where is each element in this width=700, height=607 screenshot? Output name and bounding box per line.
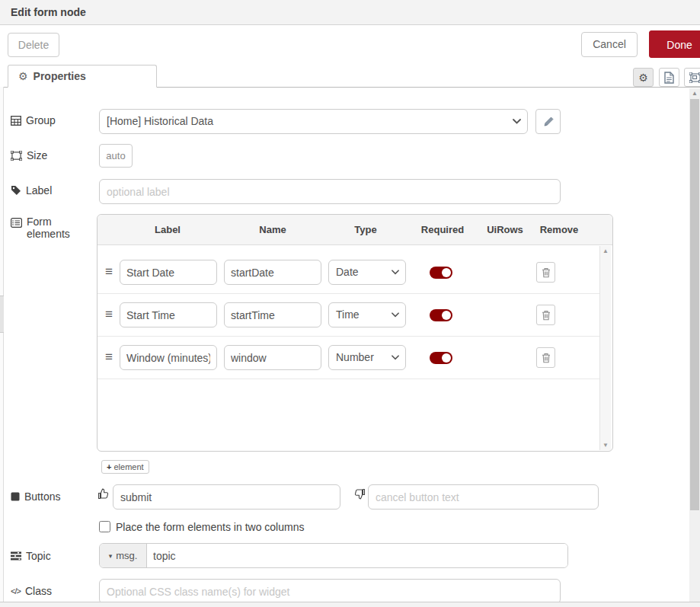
- footer-strip: [0, 602, 700, 607]
- tab-properties[interactable]: ⚙ Properties: [8, 65, 157, 88]
- group-label: Group: [11, 114, 56, 126]
- element-label-input[interactable]: [120, 302, 217, 327]
- caret-down-icon: ▾: [109, 552, 113, 560]
- column-header-uirows: UiRows: [487, 224, 523, 235]
- element-label-input[interactable]: [120, 260, 217, 285]
- code-icon: </>: [11, 586, 21, 596]
- element-name-input[interactable]: [224, 302, 321, 327]
- label-input[interactable]: [99, 179, 561, 204]
- drag-handle-icon[interactable]: ≡: [105, 264, 113, 280]
- page-scrollbar-thumb[interactable]: [690, 99, 699, 510]
- dialog-header: Edit form node: [0, 0, 700, 25]
- scroll-up-icon[interactable]: ▲: [689, 89, 700, 98]
- edit-group-button[interactable]: [535, 109, 561, 134]
- element-name-input[interactable]: [224, 260, 321, 285]
- tasks-icon: [11, 551, 21, 561]
- object-group-icon: [11, 151, 22, 161]
- tag-icon: [11, 185, 21, 196]
- form-elements-body: ≡ Date ≡ Time: [97, 245, 612, 451]
- gear-icon: ⚙: [638, 72, 648, 83]
- tab-bar: ⚙ Properties ⚙: [0, 65, 700, 88]
- size-label: Size: [11, 149, 47, 161]
- table-scrollbar[interactable]: ▲ ▼: [599, 246, 611, 450]
- left-rail: [0, 87, 4, 607]
- description-button[interactable]: [659, 68, 679, 87]
- toggle-knob: [442, 268, 451, 277]
- dialog-title: Edit form node: [0, 0, 700, 24]
- drag-handle-icon[interactable]: ≡: [105, 307, 113, 322]
- trash-icon: [542, 310, 551, 321]
- size-button[interactable]: auto: [99, 144, 133, 168]
- required-toggle[interactable]: [430, 309, 452, 321]
- group-select[interactable]: [Home] Historical Data: [99, 109, 528, 134]
- list-alt-icon: [11, 218, 22, 228]
- gear-icon: ⚙: [18, 71, 28, 81]
- column-header-label: Label: [155, 224, 181, 235]
- toggle-knob: [442, 311, 451, 320]
- square-icon: [11, 492, 20, 501]
- table-icon: [11, 116, 21, 126]
- object-group-icon: [689, 72, 700, 83]
- column-header-remove: Remove: [540, 224, 579, 235]
- plus-icon: +: [107, 462, 111, 471]
- group-select-value: [Home] Historical Data: [107, 115, 213, 127]
- chevron-down-icon: [392, 270, 399, 275]
- chevron-down-icon: [392, 355, 399, 360]
- form-element-row: ≡ Date: [97, 251, 600, 294]
- trash-icon: [542, 353, 551, 363]
- remove-element-button[interactable]: [536, 347, 555, 368]
- chevron-down-icon: [513, 119, 521, 124]
- tab-properties-label: Properties: [34, 70, 86, 82]
- thumbs-down-icon: [354, 488, 366, 500]
- form-elements-table: Label Name Type Required UiRows Remove ≡…: [97, 214, 613, 452]
- topic-prefix-label: msg.: [116, 550, 137, 561]
- chevron-down-icon: [392, 312, 399, 318]
- thumbs-up-icon: [97, 488, 109, 500]
- appearance-button[interactable]: [684, 68, 700, 87]
- panel-resize-grip[interactable]: [0, 296, 4, 333]
- edit-form-node-dialog: Edit form node Delete Cancel Done ⚙ Prop…: [0, 0, 700, 607]
- two-columns-checkbox[interactable]: [99, 521, 110, 532]
- element-type-select[interactable]: Date: [328, 260, 406, 285]
- form-elements-label: Form elements: [11, 216, 70, 240]
- class-input[interactable]: [99, 579, 561, 604]
- element-type-select[interactable]: Time: [328, 302, 406, 327]
- column-header-name: Name: [259, 224, 286, 235]
- delete-button[interactable]: Delete: [8, 33, 59, 57]
- add-element-button[interactable]: + element: [101, 460, 149, 474]
- trash-icon: [542, 267, 551, 278]
- document-icon: [664, 72, 674, 84]
- scroll-up-icon[interactable]: ▲: [600, 248, 611, 254]
- element-type-select[interactable]: Number: [328, 345, 406, 370]
- class-label: </> Class: [11, 585, 52, 597]
- done-button[interactable]: Done: [649, 30, 700, 58]
- form-elements-header: Label Name Type Required UiRows Remove: [97, 215, 612, 245]
- pencil-icon: [543, 117, 554, 127]
- submit-button-text-input[interactable]: [113, 484, 340, 510]
- form-element-row: ≡ Time: [97, 294, 600, 337]
- page-scrollbar[interactable]: ▲: [689, 88, 700, 602]
- drag-handle-icon[interactable]: ≡: [105, 350, 113, 365]
- column-header-type: Type: [354, 224, 376, 235]
- buttons-label: Buttons: [11, 490, 60, 503]
- required-toggle[interactable]: [430, 352, 452, 364]
- topic-type-select[interactable]: ▾ msg.: [100, 544, 147, 567]
- cancel-button[interactable]: Cancel: [581, 32, 638, 57]
- topic-typed-input: ▾ msg.: [99, 543, 568, 568]
- element-name-input[interactable]: [224, 345, 321, 370]
- topic-label: Topic: [11, 550, 51, 562]
- remove-element-button[interactable]: [536, 262, 555, 283]
- topic-input[interactable]: [147, 544, 567, 567]
- cancel-button-text-input[interactable]: [368, 484, 599, 510]
- two-columns-label[interactable]: Place the form elements in two columns: [116, 521, 304, 533]
- label-label: Label: [11, 184, 52, 196]
- required-toggle[interactable]: [430, 267, 452, 279]
- column-header-required: Required: [421, 224, 464, 235]
- element-label-input[interactable]: [120, 345, 217, 370]
- form-element-row: ≡ Number: [97, 337, 600, 379]
- node-settings-button[interactable]: ⚙: [633, 68, 654, 87]
- toggle-knob: [442, 353, 451, 363]
- remove-element-button[interactable]: [536, 305, 555, 325]
- scroll-down-icon[interactable]: ▼: [600, 442, 611, 449]
